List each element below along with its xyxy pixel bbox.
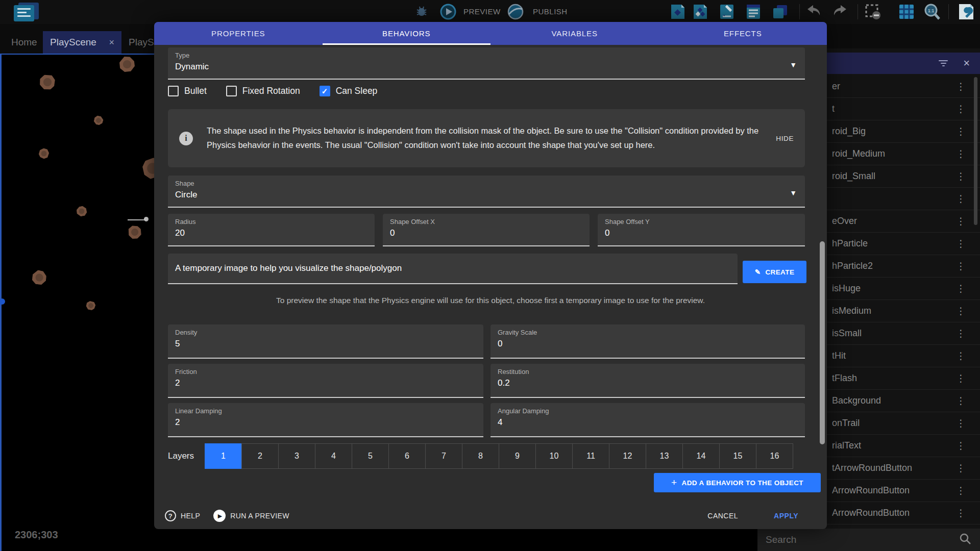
temp-image-input[interactable]: A temporary image to help you visualize … <box>168 254 738 284</box>
create-button[interactable]: ✎ CREATE <box>743 261 806 283</box>
kebab-menu-icon[interactable]: ⋮ <box>956 485 966 496</box>
layer-option-10[interactable]: 10 <box>535 443 573 469</box>
layer-option-8[interactable]: 8 <box>462 443 499 469</box>
asteroid-sprite[interactable] <box>31 269 48 286</box>
preview-play-icon[interactable] <box>438 3 458 21</box>
kebab-menu-icon[interactable]: ⋮ <box>956 103 966 115</box>
tab-variables[interactable]: VARIABLES <box>491 22 659 45</box>
layer-option-15[interactable]: 15 <box>719 443 756 469</box>
layer-option-5[interactable]: 5 <box>352 443 389 469</box>
density-field[interactable]: Density 5 <box>168 324 483 359</box>
can-sleep-checkbox[interactable]: Can Sleep <box>320 86 378 96</box>
tab-properties[interactable]: PROPERTIES <box>154 22 323 45</box>
search-icon[interactable] <box>959 532 972 547</box>
close-panel-icon[interactable]: × <box>963 57 970 70</box>
hide-button[interactable]: HIDE <box>776 135 794 142</box>
layer-option-14[interactable]: 14 <box>682 443 720 469</box>
asteroid-sprite[interactable] <box>85 299 97 312</box>
fixed-rotation-checkbox[interactable]: Fixed Rotation <box>226 86 300 96</box>
radius-field[interactable]: Radius 20 <box>168 214 375 246</box>
layer-option-13[interactable]: 13 <box>646 443 683 469</box>
restitution-value: 0.2 <box>498 378 798 388</box>
object-groups-icon[interactable] <box>690 3 710 21</box>
tab-home[interactable]: Home <box>0 31 48 54</box>
apply-button[interactable]: APPLY <box>774 512 798 520</box>
instances-list-icon[interactable] <box>743 3 764 21</box>
kebab-menu-icon[interactable]: ⋮ <box>956 81 966 92</box>
asteroid-sprite[interactable] <box>119 57 135 72</box>
layer-option-11[interactable]: 11 <box>572 443 609 469</box>
layers-icon[interactable] <box>770 3 790 21</box>
kebab-menu-icon[interactable]: ⋮ <box>956 328 966 339</box>
type-select[interactable]: Type Dynamic ▼ <box>168 47 805 80</box>
kebab-menu-icon[interactable]: ⋮ <box>956 395 966 407</box>
preview-hint: To preview the shape that the Physics en… <box>154 296 827 305</box>
asteroid-sprite[interactable] <box>93 115 104 126</box>
layer-option-2[interactable]: 2 <box>241 443 279 469</box>
cancel-button[interactable]: CANCEL <box>707 512 738 520</box>
layer-option-6[interactable]: 6 <box>388 443 426 469</box>
layer-option-9[interactable]: 9 <box>499 443 536 469</box>
kebab-menu-icon[interactable]: ⋮ <box>956 193 966 205</box>
kebab-menu-icon[interactable]: ⋮ <box>956 148 966 160</box>
gravity-scale-field[interactable]: Gravity Scale 0 <box>491 324 805 359</box>
linear-damping-field[interactable]: Linear Damping 2 <box>168 403 483 437</box>
debugger-bug-icon[interactable] <box>411 3 432 21</box>
zoom-1-1-icon[interactable]: 1:1 <box>922 3 942 21</box>
undo-icon[interactable] <box>804 3 825 21</box>
layer-option-3[interactable]: 3 <box>278 443 315 469</box>
filter-icon[interactable] <box>939 59 948 68</box>
add-behavior-button[interactable]: + ADD A BEHAVIOR TO THE OBJECT <box>654 473 821 492</box>
angular-damping-field[interactable]: Angular Damping 4 <box>491 403 805 437</box>
layer-option-4[interactable]: 4 <box>315 443 352 469</box>
asteroid-sprite[interactable] <box>126 223 144 242</box>
deselect-mask-icon[interactable] <box>863 3 883 21</box>
close-tab-icon[interactable]: × <box>109 37 114 48</box>
asteroid-sprite[interactable] <box>37 71 58 93</box>
kebab-menu-icon[interactable]: ⋮ <box>956 238 966 249</box>
tab-behaviors[interactable]: BEHAVIORS <box>323 22 491 45</box>
dialog-scrollbar[interactable] <box>820 241 825 444</box>
kebab-menu-icon[interactable]: ⋮ <box>956 462 966 474</box>
search-input[interactable] <box>766 534 959 545</box>
asteroid-sprite[interactable] <box>37 147 51 160</box>
kebab-menu-icon[interactable]: ⋮ <box>956 215 966 227</box>
kebab-menu-icon[interactable]: ⋮ <box>956 170 966 182</box>
kebab-menu-icon[interactable]: ⋮ <box>956 283 966 294</box>
publish-button[interactable]: PUBLISH <box>533 7 568 16</box>
instance-gizmo-handle[interactable] <box>144 217 149 221</box>
tab-effects[interactable]: EFFECTS <box>659 22 827 45</box>
edit-scene-icon[interactable] <box>717 3 737 21</box>
layer-option-7[interactable]: 7 <box>425 443 462 469</box>
tab-playscene[interactable]: PlayScene × <box>43 31 121 54</box>
shape-offset-y-field[interactable]: Shape Offset Y 0 <box>598 214 805 246</box>
kebab-menu-icon[interactable]: ⋮ <box>956 350 966 362</box>
publish-globe-icon[interactable] <box>505 3 526 21</box>
panel-scrollbar[interactable] <box>974 77 977 225</box>
objects-panel-icon[interactable] <box>668 3 688 21</box>
preview-button[interactable]: PREVIEW <box>463 7 501 16</box>
redo-icon[interactable] <box>829 3 849 21</box>
shape-select[interactable]: Shape Circle ▼ <box>168 176 805 208</box>
kebab-menu-icon[interactable]: ⋮ <box>956 305 966 317</box>
restitution-field[interactable]: Restitution 0.2 <box>491 364 805 398</box>
shape-offset-x-field[interactable]: Shape Offset X 0 <box>383 214 590 246</box>
layer-option-1[interactable]: 1 <box>205 443 242 469</box>
asteroid-sprite[interactable] <box>76 206 87 217</box>
kebab-menu-icon[interactable]: ⋮ <box>956 126 966 137</box>
friction-field[interactable]: Friction 2 <box>168 364 483 398</box>
main-menu-button[interactable] <box>14 5 34 21</box>
kebab-menu-icon[interactable]: ⋮ <box>956 417 966 429</box>
grid-icon[interactable] <box>896 3 917 21</box>
kebab-menu-icon[interactable]: ⋮ <box>956 440 966 452</box>
project-wrench-icon[interactable] <box>955 3 976 21</box>
layer-option-12[interactable]: 12 <box>609 443 646 469</box>
kebab-menu-icon[interactable]: ⋮ <box>956 507 966 519</box>
layer-option-16[interactable]: 16 <box>756 443 793 469</box>
tab-playscene2-partial[interactable]: PlayS <box>129 31 154 54</box>
help-button[interactable]: ? HELP <box>165 510 200 521</box>
run-preview-button[interactable]: ▶ RUN A PREVIEW <box>213 510 289 522</box>
kebab-menu-icon[interactable]: ⋮ <box>956 260 966 272</box>
kebab-menu-icon[interactable]: ⋮ <box>956 372 966 384</box>
bullet-checkbox[interactable]: Bullet <box>168 86 207 96</box>
